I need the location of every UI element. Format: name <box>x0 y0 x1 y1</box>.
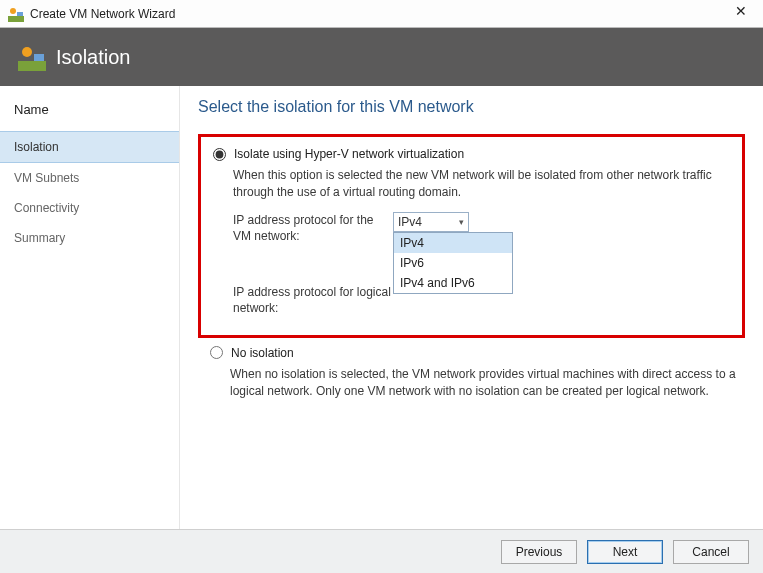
dropdown-option-ipv4[interactable]: IPv4 <box>394 233 512 253</box>
dropdown-option-ipv4-ipv6[interactable]: IPv4 and IPv6 <box>394 273 512 293</box>
window-title: Create VM Network Wizard <box>30 7 175 21</box>
close-icon[interactable]: ✕ <box>729 3 753 19</box>
option-no-isolation-label: No isolation <box>231 346 294 360</box>
cancel-button[interactable]: Cancel <box>673 540 749 564</box>
vm-network-protocol-select[interactable]: IPv4 ▾ IPv4 IPv6 IPv4 and IPv6 <box>393 212 469 232</box>
option-isolate-hyperv-description: When this option is selected the new VM … <box>233 167 732 202</box>
wizard-step-title: Isolation <box>56 46 131 69</box>
wizard-sidebar: Name Isolation VM Subnets Connectivity S… <box>0 86 180 529</box>
sidebar-item-label: VM Subnets <box>14 171 79 185</box>
option-no-isolation-radio[interactable] <box>210 346 223 359</box>
sidebar-item-label: Summary <box>14 231 65 245</box>
sidebar-item-isolation[interactable]: Isolation <box>0 131 179 163</box>
titlebar: Create VM Network Wizard ✕ <box>0 0 763 28</box>
option-isolate-hyperv-label: Isolate using Hyper-V network virtualiza… <box>234 147 464 161</box>
svg-point-4 <box>22 47 32 57</box>
previous-button[interactable]: Previous <box>501 540 577 564</box>
option-no-isolation[interactable]: No isolation <box>208 346 737 360</box>
option-isolate-hyperv[interactable]: Isolate using Hyper-V network virtualiza… <box>211 147 732 161</box>
sidebar-header[interactable]: Name <box>0 94 179 131</box>
next-button[interactable]: Next <box>587 540 663 564</box>
wizard-icon <box>18 43 46 71</box>
page-title: Select the isolation for this VM network <box>198 98 745 116</box>
option-no-isolation-description: When no isolation is selected, the VM ne… <box>230 366 737 401</box>
sidebar-item-vm-subnets[interactable]: VM Subnets <box>0 163 179 193</box>
dropdown-option-ipv6[interactable]: IPv6 <box>394 253 512 273</box>
sidebar-item-label: Isolation <box>14 140 59 154</box>
vm-network-protocol-value: IPv4 <box>398 215 422 229</box>
app-icon <box>8 6 24 22</box>
logical-network-protocol-label: IP address protocol for logical network: <box>233 284 393 316</box>
svg-rect-0 <box>8 16 24 22</box>
option-isolate-hyperv-radio[interactable] <box>213 148 226 161</box>
svg-rect-5 <box>34 54 44 61</box>
svg-point-1 <box>10 8 16 14</box>
wizard-content: Select the isolation for this VM network… <box>180 86 763 529</box>
sidebar-item-connectivity[interactable]: Connectivity <box>0 193 179 223</box>
sidebar-item-label: Connectivity <box>14 201 79 215</box>
wizard-footer: Previous Next Cancel <box>0 529 763 573</box>
svg-rect-2 <box>17 12 23 16</box>
vm-network-protocol-dropdown: IPv4 IPv6 IPv4 and IPv6 <box>393 232 513 294</box>
wizard-banner: Isolation <box>0 28 763 86</box>
vm-network-protocol-label: IP address protocol for the VM network: <box>233 212 393 244</box>
isolation-highlight-box: Isolate using Hyper-V network virtualiza… <box>198 134 745 338</box>
chevron-down-icon: ▾ <box>459 217 464 227</box>
sidebar-item-summary[interactable]: Summary <box>0 223 179 253</box>
svg-rect-3 <box>18 61 46 71</box>
